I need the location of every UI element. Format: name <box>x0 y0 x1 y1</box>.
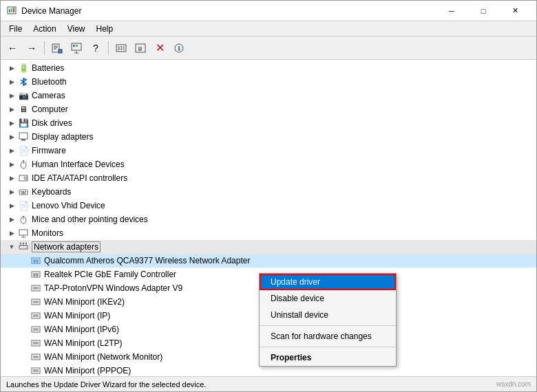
tree-item-diskdrives[interactable]: ▶ 💾 Disk drives <box>1 116 536 130</box>
svg-rect-22 <box>19 133 28 139</box>
window-icon <box>6 6 17 17</box>
svg-point-48 <box>25 243 27 244</box>
toolbar-back[interactable]: ← <box>3 39 21 57</box>
icon-networkadapters <box>17 241 30 253</box>
expand-computer[interactable]: ▶ <box>6 104 17 115</box>
expand-lenovo[interactable]: ▶ <box>6 200 17 211</box>
maximize-button[interactable]: □ <box>467 1 499 21</box>
icon-wan-netmon <box>30 351 42 363</box>
toolbar-update-driver[interactable] <box>67 39 85 57</box>
tree-item-batteries[interactable]: ▶ 🔋 Batteries <box>1 61 536 75</box>
expand-mice[interactable]: ▶ <box>6 214 17 225</box>
icon-realtek <box>30 268 42 281</box>
menu-action[interactable]: Action <box>28 23 61 35</box>
tree-item-qualcomm[interactable]: Qualcomm Atheros QCA9377 Wireless Networ… <box>1 254 536 268</box>
icon-firmware: 📄 <box>17 144 30 157</box>
window-title: Device Manager <box>21 6 436 16</box>
svg-rect-66 <box>33 342 39 345</box>
icon-hid <box>17 158 30 171</box>
icon-qualcomm <box>30 254 42 267</box>
tree-item-bluetooth[interactable]: ▶ Bluetooth <box>1 75 536 89</box>
icon-lenovo: 📄 <box>17 199 30 212</box>
toolbar-scan-changes[interactable]: 🖥 <box>131 39 149 57</box>
icon-wan-ikev2 <box>30 296 42 308</box>
tree-item-displayadapters[interactable]: ▶ Display adapters <box>1 130 536 144</box>
ctx-uninstall-device[interactable]: Uninstall device <box>260 307 396 323</box>
expand-ide[interactable]: ▶ <box>6 173 17 184</box>
tree-item-hid[interactable]: ▶ Human Interface Devices <box>1 157 536 171</box>
tree-item-firmware[interactable]: ▶ 📄 Firmware <box>1 144 536 157</box>
toolbar-forward[interactable]: → <box>23 39 41 57</box>
tree-item-lenovo[interactable]: ▶ 📄 Lenovo Vhid Device <box>1 199 536 213</box>
label-qualcomm: Qualcomm Atheros QCA9377 Wireless Networ… <box>44 256 250 265</box>
menu-file[interactable]: File <box>3 23 28 35</box>
content-area: ▶ 🔋 Batteries ▶ Bluetooth ▶ 📷 Cameras <box>1 60 536 376</box>
expand-wan-ipv6 <box>19 324 30 335</box>
svg-rect-54 <box>33 273 39 276</box>
icon-wan-ip <box>30 309 42 322</box>
svg-text:🖥: 🖥 <box>137 45 143 52</box>
svg-rect-15 <box>118 46 120 50</box>
expand-wan-netmon <box>19 351 30 362</box>
expand-bluetooth[interactable]: ▶ <box>6 76 17 87</box>
svg-rect-35 <box>21 193 25 194</box>
expand-realtek <box>19 269 30 280</box>
svg-point-46 <box>20 243 21 244</box>
ctx-update-driver[interactable]: Update driver <box>260 274 396 290</box>
toolbar-show-hidden[interactable] <box>112 39 130 57</box>
expand-keyboards[interactable]: ▶ <box>6 186 17 197</box>
toolbar-uninstall[interactable]: ⬇ <box>170 39 188 57</box>
ctx-properties[interactable]: Properties <box>260 349 396 366</box>
expand-firmware[interactable]: ▶ <box>6 145 17 156</box>
svg-text:⬇: ⬇ <box>176 45 182 52</box>
tree-item-networkadapters[interactable]: ▼ Network adapters <box>1 240 536 254</box>
expand-networkadapters[interactable]: ▼ <box>6 241 17 252</box>
tree-item-mice[interactable]: ▶ Mice and other pointing devices <box>1 213 536 226</box>
tree-item-cameras[interactable]: ▶ 📷 Cameras <box>1 89 536 102</box>
label-firmware: Firmware <box>32 146 66 155</box>
ctx-separator2 <box>260 347 396 347</box>
label-wan-ip: WAN Miniport (IP) <box>44 311 110 320</box>
label-wan-ipv6: WAN Miniport (IPv6) <box>44 325 119 334</box>
label-wan-netmon: WAN Miniport (Network Monitor) <box>44 352 162 362</box>
menu-help[interactable]: Help <box>91 23 119 35</box>
toolbar-properties[interactable] <box>48 39 66 57</box>
ctx-disable-device[interactable]: Disable device <box>260 290 396 307</box>
expand-batteries[interactable]: ▶ <box>6 63 17 74</box>
svg-rect-1 <box>9 9 10 12</box>
ctx-scan-changes[interactable]: Scan for hardware changes <box>260 328 396 345</box>
close-button[interactable]: ✕ <box>499 1 531 21</box>
icon-wan-pppoe <box>30 364 42 376</box>
expand-diskdrives[interactable]: ▶ <box>6 118 17 129</box>
icon-wan-ipv6 <box>30 323 42 336</box>
icon-wan-l2tp <box>30 337 42 349</box>
icon-monitors <box>17 227 30 239</box>
expand-displayadapters[interactable]: ▶ <box>6 131 17 142</box>
tree-item-computer[interactable]: ▶ 🖥 Computer <box>1 102 536 116</box>
svg-rect-60 <box>33 301 39 303</box>
icon-displayadapters <box>17 131 30 143</box>
minimize-button[interactable]: ─ <box>436 1 467 21</box>
expand-hid[interactable]: ▶ <box>6 159 17 170</box>
toolbar-disable[interactable]: ✕ <box>151 39 169 57</box>
menu-view[interactable]: View <box>62 23 91 35</box>
svg-rect-42 <box>19 246 28 249</box>
toolbar-help[interactable]: ? <box>87 39 105 57</box>
tree-item-keyboards[interactable]: ▶ Keyboards <box>1 185 536 199</box>
window-controls: ─ □ ✕ <box>436 1 531 21</box>
icon-ide <box>17 172 30 184</box>
tree-item-ide[interactable]: ▶ IDE ATA/ATAPI controllers <box>1 171 536 185</box>
toolbar-sep2 <box>108 41 109 55</box>
title-bar: Device Manager ─ □ ✕ <box>1 1 536 21</box>
expand-cameras[interactable]: ▶ <box>6 90 17 101</box>
expand-monitors[interactable]: ▶ <box>6 228 17 239</box>
icon-cameras: 📷 <box>17 89 30 102</box>
icon-mice <box>17 213 30 226</box>
expand-wan-l2tp <box>19 338 30 349</box>
svg-rect-10 <box>73 45 75 47</box>
svg-rect-3 <box>13 8 14 12</box>
label-batteries: Batteries <box>32 63 64 73</box>
tree-item-monitors[interactable]: ▶ Monitors <box>1 226 536 240</box>
label-monitors: Monitors <box>32 228 63 238</box>
svg-rect-50 <box>33 259 39 262</box>
